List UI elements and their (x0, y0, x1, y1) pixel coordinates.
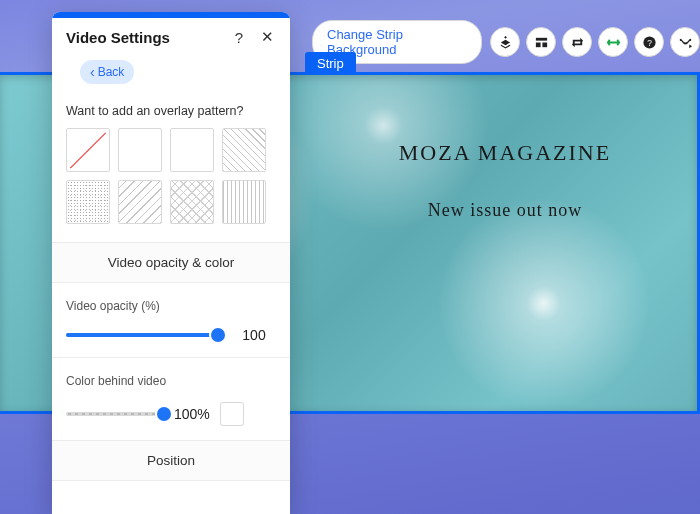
color-preview-swatch[interactable] (220, 402, 244, 426)
pattern-noise[interactable] (66, 180, 110, 224)
video-opacity-field: Video opacity (%) 100 (66, 283, 276, 347)
pattern-dots-small[interactable] (118, 128, 162, 172)
layout-icon[interactable] (526, 27, 556, 57)
video-opacity-label: Video opacity (%) (66, 299, 276, 313)
pattern-crosshatch[interactable] (170, 180, 214, 224)
toolbar-icon-row: ? (490, 27, 700, 57)
panel-body: Want to add an overlay pattern? Video op… (52, 98, 290, 514)
svg-rect-2 (542, 42, 547, 47)
color-behind-slider[interactable] (66, 412, 164, 416)
panel-header: Video Settings ? ✕ (52, 18, 290, 60)
color-behind-field: Color behind video 100% (66, 358, 276, 430)
overlay-question-label: Want to add an overlay pattern? (66, 104, 276, 118)
section-opacity-color[interactable]: Video opacity & color (52, 242, 290, 283)
svg-rect-0 (535, 37, 546, 40)
video-settings-panel: Video Settings ? ✕ Back Want to add an o… (52, 12, 290, 514)
section-position[interactable]: Position (52, 441, 290, 481)
top-toolbar: Change Strip Background ? (312, 20, 700, 64)
svg-text:?: ? (647, 37, 652, 47)
color-behind-label: Color behind video (66, 374, 276, 388)
panel-help-icon[interactable]: ? (230, 29, 248, 46)
loop-icon[interactable] (562, 27, 592, 57)
svg-rect-1 (535, 42, 540, 47)
animation-icon[interactable] (670, 27, 700, 57)
pattern-diagonal-2[interactable] (118, 180, 162, 224)
back-button[interactable]: Back (80, 60, 134, 84)
strip-tag[interactable]: Strip (305, 52, 356, 75)
close-icon[interactable]: ✕ (258, 28, 276, 46)
stretch-icon[interactable] (598, 27, 628, 57)
pattern-dots-medium[interactable] (170, 128, 214, 172)
help-icon[interactable]: ? (634, 27, 664, 57)
pattern-diagonal-1[interactable] (222, 128, 266, 172)
strip-title: MOZA MAGAZINE (355, 140, 655, 166)
pattern-vertical[interactable] (222, 180, 266, 224)
pattern-swatch-grid (66, 128, 276, 224)
pattern-none[interactable] (66, 128, 110, 172)
layers-icon[interactable] (490, 27, 520, 57)
color-behind-value: 100% (174, 406, 210, 422)
strip-subtitle: New issue out now (355, 200, 655, 221)
video-opacity-value[interactable]: 100 (232, 327, 276, 343)
strip-content: MOZA MAGAZINE New issue out now (355, 140, 655, 221)
video-opacity-slider[interactable] (66, 333, 218, 337)
panel-title: Video Settings (66, 29, 220, 46)
